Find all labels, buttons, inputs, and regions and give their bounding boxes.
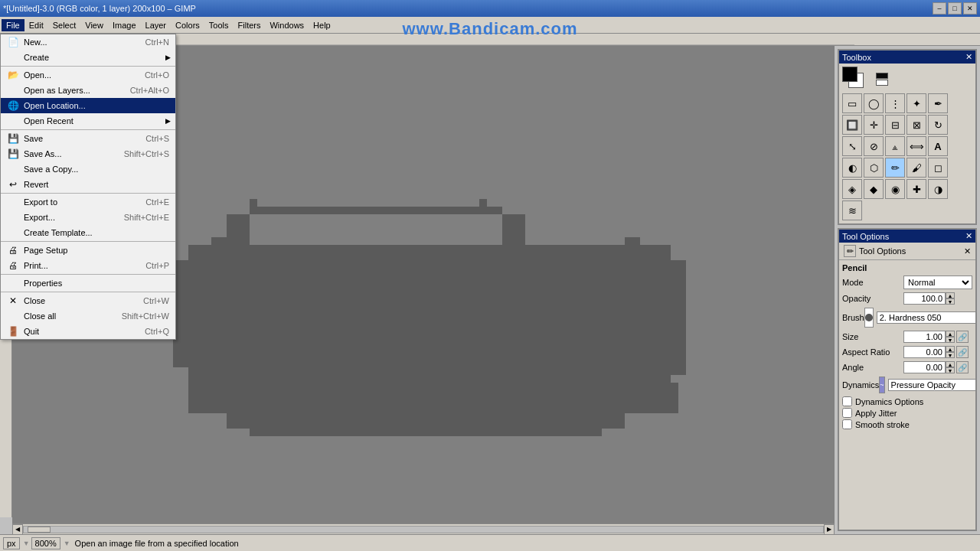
menu-windows[interactable]: Windows [265, 19, 309, 31]
tool-options-extra-close[interactable]: ✕ [964, 246, 971, 256]
aspect-up[interactable]: ▲ [946, 346, 955, 352]
size-row: Size ▲ ▼ 🔗 [842, 331, 972, 343]
tool-pencil[interactable]: ✏ [885, 158, 905, 178]
menu-select[interactable]: Select [48, 19, 81, 31]
menu-image[interactable]: Image [108, 19, 141, 31]
menu-entry-export[interactable]: Export...Shift+Ctrl+E [1, 210, 175, 225]
tool-perspective[interactable]: ⟁ [885, 136, 905, 156]
tool-dodge-burn[interactable]: ◑ [928, 179, 948, 199]
tool-color-pick[interactable]: 🔲 [842, 115, 862, 135]
brush-name-input[interactable] [877, 311, 977, 324]
menu-entry-quit[interactable]: 🚪QuitCtrl+Q [1, 324, 175, 339]
opacity-down[interactable]: ▼ [946, 298, 955, 305]
tool-clone[interactable]: ◉ [885, 179, 905, 199]
tool-paths[interactable]: ✒ [928, 93, 948, 113]
h-scroll-track[interactable] [23, 526, 824, 533]
menu-entry-create[interactable]: Create▶ [1, 50, 175, 65]
smooth-stroke-checkbox[interactable] [842, 419, 852, 429]
opacity-input[interactable] [903, 292, 946, 305]
tool-eraser[interactable]: ◻ [928, 158, 948, 178]
opacity-up[interactable]: ▲ [946, 292, 955, 298]
angle-down[interactable]: ▼ [946, 367, 955, 373]
tool-blend[interactable]: ◐ [842, 158, 862, 178]
menu-entry-create-template[interactable]: Create Template... [1, 225, 175, 240]
tool-align[interactable]: ⊟ [885, 115, 905, 135]
menu-tools[interactable]: Tools [204, 19, 234, 31]
open-location-label: Open Location... [24, 101, 169, 110]
tool-scale[interactable]: ⤡ [842, 136, 862, 156]
menu-entry-new[interactable]: 📄New...Ctrl+N [1, 34, 175, 50]
menu-entry-save[interactable]: 💾SaveCtrl+S [1, 131, 175, 146]
tool-text[interactable]: A [928, 136, 948, 156]
dynamics-options-row: Dynamics Options [842, 396, 972, 406]
menu-view[interactable]: View [80, 19, 108, 31]
tool-ellipse-select[interactable]: ◯ [864, 93, 884, 113]
tool-rotate[interactable]: ↻ [928, 115, 948, 135]
h-scroll-right[interactable]: ▶ [824, 524, 835, 535]
tool-crop[interactable]: ⊠ [906, 115, 926, 135]
tool-airbrush[interactable]: ◈ [842, 179, 862, 199]
menu-colors[interactable]: Colors [171, 19, 204, 31]
menu-entry-close[interactable]: ✕CloseCtrl+W [1, 293, 175, 308]
menu-entry-open-layers[interactable]: Open as Layers...Ctrl+Alt+O [1, 83, 175, 98]
status-message: Open an image file from a specified loca… [75, 539, 239, 548]
h-scroll-left[interactable]: ◀ [12, 524, 23, 535]
tool-options-close-icon[interactable]: ✕ [965, 231, 972, 241]
dynamics-input[interactable] [888, 379, 977, 391]
angle-input[interactable] [903, 361, 946, 373]
aspect-lock[interactable]: 🔗 [956, 346, 969, 358]
minimize-button[interactable]: – [933, 2, 946, 15]
export-label: Export... [24, 213, 124, 222]
menu-filters[interactable]: Filters [234, 19, 266, 31]
menu-entry-close-all[interactable]: Close allShift+Ctrl+W [1, 308, 175, 324]
bg-color[interactable] [876, 80, 888, 86]
unit-selector[interactable]: px [3, 537, 20, 549]
maximize-button[interactable]: □ [948, 2, 962, 15]
menu-separator [1, 292, 175, 292]
angle-up[interactable]: ▲ [946, 361, 955, 367]
size-down[interactable]: ▼ [946, 337, 955, 343]
menu-layer[interactable]: Layer [141, 19, 172, 31]
tool-ink[interactable]: ◆ [864, 179, 884, 199]
tool-shear[interactable]: ⊘ [864, 136, 884, 156]
tool-free-select[interactable]: ⋮ [885, 93, 905, 113]
tool-bucket[interactable]: ⬡ [864, 158, 884, 178]
toolbox-close-icon[interactable]: ✕ [965, 52, 972, 62]
fg-color[interactable] [876, 73, 888, 79]
menu-help[interactable]: Help [309, 19, 335, 31]
menu-entry-export-to[interactable]: Export toCtrl+E [1, 194, 175, 210]
menu-entry-open-recent[interactable]: Open Recent▶ [1, 113, 175, 129]
menu-entry-page-setup[interactable]: 🖨Page Setup [1, 243, 175, 258]
h-scrollbar[interactable]: ◀ ▶ [12, 523, 835, 534]
tool-heal[interactable]: ✚ [906, 179, 926, 199]
menu-entry-open[interactable]: 📂Open...Ctrl+O [1, 67, 175, 83]
aspect-input[interactable] [903, 346, 946, 358]
tool-paintbrush[interactable]: 🖌 [906, 158, 926, 178]
tool-move[interactable]: ✛ [864, 115, 884, 135]
aspect-spinner: ▲ ▼ 🔗 [903, 346, 969, 358]
tool-fuzzy-select[interactable]: ✦ [906, 93, 926, 113]
menu-entry-revert[interactable]: ↩Revert [1, 177, 175, 192]
tool-rect-select[interactable]: ▭ [842, 93, 862, 113]
size-lock[interactable]: 🔗 [956, 331, 969, 343]
open-recent-arrow: ▶ [165, 117, 171, 125]
menu-edit[interactable]: Edit [24, 19, 48, 31]
menu-entry-properties[interactable]: Properties [1, 276, 175, 291]
size-input[interactable] [903, 331, 946, 343]
menu-entry-open-location[interactable]: 🌐Open Location... [1, 98, 175, 113]
tool-smudge[interactable]: ≋ [842, 201, 862, 220]
close-button[interactable]: ✕ [963, 2, 977, 15]
tool-flip[interactable]: ⟺ [906, 136, 926, 156]
menu-entry-save-copy[interactable]: Save a Copy... [1, 161, 175, 177]
dynamics-options-checkbox[interactable] [842, 396, 852, 406]
apply-jitter-checkbox[interactable] [842, 408, 852, 418]
size-up[interactable]: ▲ [946, 331, 955, 337]
menu-file[interactable]: File [2, 19, 24, 31]
mode-select[interactable]: Normal Dissolve Multiply Screen [903, 276, 972, 289]
menu-entry-save-as[interactable]: 💾Save As...Shift+Ctrl+S [1, 146, 175, 161]
angle-lock[interactable]: 🔗 [956, 361, 969, 373]
menu-entry-print[interactable]: 🖨Print...Ctrl+P [1, 258, 175, 273]
zoom-selector[interactable]: 800% [31, 537, 60, 549]
aspect-down[interactable]: ▼ [946, 352, 955, 358]
h-scroll-thumb[interactable] [28, 527, 51, 533]
